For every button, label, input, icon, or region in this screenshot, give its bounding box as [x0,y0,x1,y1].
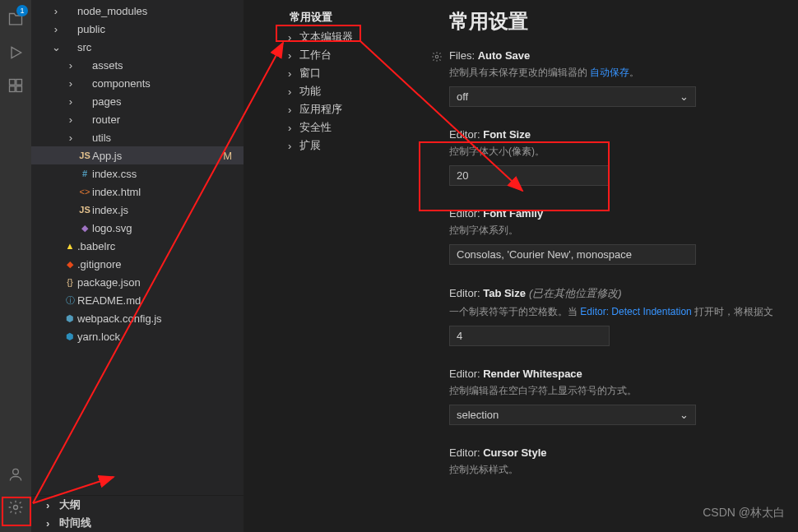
settings-nav: 常用设置 ›文本编辑器›工作台›窗口›功能›应用程序›安全性›扩展 [244,0,418,532]
render-whitespace-select[interactable]: selection ⌄ [449,405,696,425]
setting-render-whitespace: Editor: Render Whitespace 控制编辑器在空白字符上显示符… [449,368,782,425]
setting-cursor-style: Editor: Cursor Style 控制光标样式。 [449,446,782,477]
file-item[interactable]: {}package.json [31,273,244,291]
setting-title: Editor: Font Size [449,128,782,141]
folder-item[interactable]: ›node_modules [31,2,244,20]
activity-bar: 1 [0,0,31,532]
setting-title: Files: Auto Save [449,49,782,62]
detect-indentation-link[interactable]: Editor: Detect Indentation [580,306,691,317]
file-tree: ›node_modules›public⌄src›assets›componen… [31,0,244,495]
nav-item-label: 文本编辑器 [299,30,353,44]
file-item[interactable]: ▲.babelrc [31,237,244,255]
extensions-icon[interactable] [0,69,31,102]
file-item[interactable]: JSApp.jsM [31,146,244,164]
folder-item[interactable]: ›components [31,74,244,92]
chevron-right-icon: › [46,499,59,511]
chevron-icon: › [49,5,63,17]
outline-label: 大纲 [59,497,81,512]
file-label: README.md [77,294,244,307]
chevron-icon: ⌄ [49,41,63,53]
folder-item[interactable]: ›assets [31,56,244,74]
chevron-icon: › [64,132,77,144]
font-family-input[interactable] [449,244,696,265]
settings-nav-item[interactable]: ›应用程序 [244,100,418,118]
svg-icon: ◆ [77,223,92,234]
chevron-right-icon: › [288,104,299,116]
setting-desc: 控制光标样式。 [449,462,782,477]
svg-point-6 [14,506,18,510]
file-item[interactable]: JSindex.js [31,201,244,219]
svg-marker-0 [12,47,21,58]
file-label: components [92,77,244,90]
md-icon: ⓘ [63,294,77,307]
file-item[interactable]: ⬢webpack.config.js [31,309,244,327]
run-debug-icon[interactable] [0,36,31,69]
js-icon: JS [77,150,92,160]
auto-save-link[interactable]: 自动保存 [590,67,629,78]
settings-nav-item[interactable]: ›工作台 [244,46,418,64]
timeline-label: 时间线 [59,516,91,530]
outline-section[interactable]: › 大纲 [31,496,244,514]
setting-desc: 控制编辑器在空白字符上显示符号的方式。 [449,383,782,398]
file-item[interactable]: #index.css [31,164,244,183]
setting-title: Editor: Render Whitespace [449,368,782,380]
gear-icon[interactable] [431,51,443,65]
folder-item[interactable]: ⌄src [31,38,244,56]
file-item[interactable]: ◆logo.svg [31,219,244,237]
file-item[interactable]: ⬢yarn.lock [31,327,244,345]
folder-item[interactable]: ›utils [31,128,244,146]
settings-heading: 常用设置 [449,8,782,35]
setting-auto-save: Files: Auto Save 控制具有未保存更改的编辑器的 自动保存。 of… [449,49,782,107]
settings-nav-item[interactable]: ›安全性 [244,118,418,136]
timeline-section[interactable]: › 时间线 [31,514,244,532]
settings-nav-item[interactable]: ›扩展 [244,136,418,155]
file-label: index.html [92,186,244,198]
chevron-right-icon: › [46,517,59,530]
settings-nav-item[interactable]: ›文本编辑器 [244,28,418,46]
yarn-icon: ⬢ [63,331,77,342]
file-label: pages [92,95,244,108]
folder-item[interactable]: ›pages [31,92,244,110]
css-icon: # [77,169,92,178]
explorer-icon[interactable]: 1 [0,3,31,36]
git-icon: ◆ [63,259,77,270]
setting-title: Editor: Cursor Style [449,446,782,459]
account-icon[interactable] [0,458,31,491]
file-label: index.js [92,204,244,216]
chevron-icon: › [64,95,77,108]
file-label: router [92,113,244,126]
folder-item[interactable]: ›router [31,110,244,128]
chevron-icon: › [64,59,77,72]
json-icon: {} [63,277,77,287]
svg-point-5 [13,469,19,474]
settings-nav-item[interactable]: ›功能 [244,82,418,100]
svg-rect-1 [10,80,16,86]
babel-icon: ▲ [63,241,77,251]
file-label: package.json [77,276,244,289]
file-item[interactable]: ⓘREADME.md [31,291,244,309]
setting-desc: 控制字体系列。 [449,223,782,238]
file-label: yarn.lock [77,331,244,343]
setting-desc: 控制字体大小(像素)。 [449,144,782,159]
chevron-right-icon: › [288,140,299,152]
file-explorer: ›node_modules›public⌄src›assets›componen… [31,0,244,532]
file-item[interactable]: <>index.html [31,183,244,201]
svg-rect-4 [16,86,22,92]
settings-gear-icon[interactable] [0,491,31,524]
file-label: webpack.config.js [77,312,244,325]
setting-tab-size: Editor: Tab Size(已在其他位置修改) 一个制表符等于的空格数。当… [449,286,782,346]
modified-badge: M [223,150,244,162]
tab-size-input[interactable] [449,326,610,346]
file-label: .gitignore [77,258,244,271]
setting-desc: 控制具有未保存更改的编辑器的 自动保存。 [449,65,782,80]
nav-item-label: 安全性 [299,120,332,135]
settings-nav-item[interactable]: ›窗口 [244,64,418,82]
setting-font-size: Editor: Font Size 控制字体大小(像素)。 [449,128,782,186]
folder-item[interactable]: ›public [31,20,244,38]
nav-item-label: 窗口 [299,66,321,81]
file-item[interactable]: ◆.gitignore [31,255,244,273]
chevron-right-icon: › [288,67,299,80]
svg-rect-2 [16,80,22,86]
auto-save-select[interactable]: off ⌄ [449,86,696,107]
font-size-input[interactable] [449,165,610,186]
